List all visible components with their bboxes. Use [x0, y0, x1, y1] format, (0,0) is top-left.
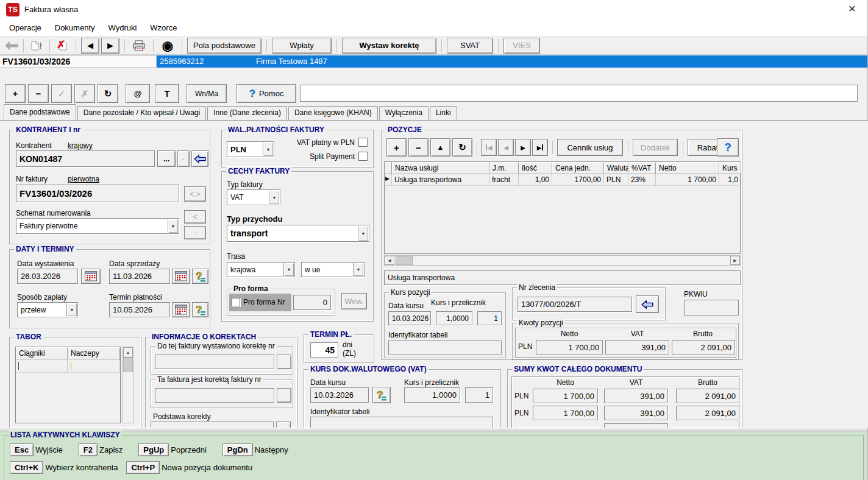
add-row-button[interactable]: + [5, 84, 26, 103]
korekta-tej-faktury-button[interactable] [277, 388, 291, 403]
document-post-icon[interactable]: ! [29, 41, 44, 51]
svat-button[interactable]: SVAT [447, 38, 493, 54]
chevron-down-icon[interactable]: ▼ [353, 263, 363, 276]
calendar-icon[interactable] [172, 302, 190, 317]
tabor-col-naczepy[interactable]: Naczepy [68, 347, 120, 359]
chevron-down-icon[interactable]: ▼ [283, 263, 294, 276]
nav-last-button[interactable]: ▶ [532, 139, 548, 156]
kontrahent-browse-button[interactable]: ... [157, 150, 176, 167]
tabor-cell-ciagniki[interactable] [16, 359, 68, 373]
menu-wzorce[interactable]: Wzorce [143, 20, 183, 35]
document-delete-icon[interactable]: ✗ [55, 41, 71, 51]
sposob-zaplaty-select[interactable]: przelew ▼ [17, 302, 78, 317]
record-bar[interactable]: FV13601/03/2026 2585963212 Firma Testowa… [0, 55, 867, 68]
next-record-button[interactable]: ▶ [101, 38, 119, 54]
calendar-icon[interactable] [81, 269, 101, 284]
kontrahent-back-arrow-button[interactable] [191, 150, 208, 167]
pozycje-hscrollbar[interactable]: ◀ ▶ [384, 255, 741, 266]
post-button[interactable]: ✓ [51, 84, 72, 103]
schemat-lt-button[interactable]: < [184, 210, 206, 224]
nav-prev-button[interactable]: ◀ [498, 139, 514, 156]
data-sprzedazy-field[interactable]: 11.03.2026 [109, 269, 170, 284]
kontrahent-type-link[interactable]: krajowy [68, 141, 93, 150]
termin-dni-field[interactable]: 45 [310, 342, 338, 358]
kontrahent-code-field[interactable]: KON01487 [16, 150, 155, 167]
cell-jm[interactable]: fracht [489, 174, 519, 186]
chevron-down-icon[interactable]: ▼ [168, 219, 178, 233]
col-ilosc[interactable]: Ilość [519, 162, 552, 174]
nav-first-button[interactable]: ◀ [481, 139, 497, 156]
edit-toolbar-input[interactable] [300, 85, 858, 102]
kurs-dok-przelicznik-field[interactable]: 1 [465, 387, 493, 403]
podstawa-korekty-field[interactable] [151, 422, 274, 428]
col-jm[interactable]: J.m. [489, 162, 519, 174]
scroll-up-icon[interactable]: ▲ [123, 347, 133, 358]
cancel-button[interactable]: ✗ [74, 84, 95, 103]
tabor-cell-naczepy[interactable] [68, 359, 120, 373]
key-pgdn[interactable]: PgDn [222, 443, 253, 456]
dodatek-button[interactable]: Dodatek [633, 139, 678, 156]
trasa-ue-select[interactable]: w ue ▼ [301, 262, 365, 277]
vies-button[interactable]: VIES [503, 38, 540, 54]
swap-number-button[interactable]: <.> [184, 186, 206, 202]
korekta-do-faktury-field[interactable] [155, 355, 274, 369]
pkwiu-field[interactable] [684, 300, 739, 316]
date-help-icon[interactable]: ? [192, 302, 208, 317]
cell-vat[interactable]: 23% [628, 174, 656, 186]
pozycje-up-button[interactable]: ▲ [430, 138, 450, 157]
col-netto[interactable]: Netto [656, 162, 719, 174]
vat-platny-checkbox[interactable] [358, 138, 368, 147]
tab-inne[interactable]: Inne (Dane zlecenia) [207, 106, 287, 120]
cell-kurs[interactable]: 1,0 [719, 174, 741, 186]
tab-linki[interactable]: Linki [430, 106, 457, 120]
kurs-dok-kurs-field[interactable]: 1,0000 [404, 387, 460, 403]
tabor-col-ciagniki[interactable]: Ciągniki [16, 347, 68, 359]
wnma-button[interactable]: Wn/Ma [187, 84, 227, 103]
pozycja-name-field[interactable]: Usługa transportowa [384, 270, 741, 285]
cell-waluta[interactable]: PLN [604, 174, 628, 186]
key-ctrl-p[interactable]: Ctrl+P [126, 461, 160, 474]
print-icon[interactable] [130, 40, 148, 51]
kurs-pozycji-data-field[interactable]: 10.03.2026 [388, 311, 431, 325]
nr-faktury-type-link[interactable]: pierwotna [68, 175, 99, 183]
nr-zlecenia-field[interactable]: 13077/00/2026/T [518, 297, 632, 312]
tab-dane-pozostale[interactable]: Dane pozostałe / Kto wpisał / Uwagi [77, 106, 206, 120]
col-cena[interactable]: Cena jedn. [552, 162, 604, 174]
record-target-icon[interactable]: ◉ [158, 38, 177, 53]
wystaw-korekte-button[interactable]: Wystaw korektę [342, 38, 436, 54]
key-esc[interactable]: Esc [10, 443, 34, 456]
chevron-down-icon[interactable]: ▼ [66, 303, 77, 316]
trasa-select[interactable]: krajowa ▼ [227, 262, 295, 277]
prev-record-button[interactable]: ◀ [81, 38, 99, 54]
col-kurs[interactable]: Kurs [719, 162, 741, 174]
proforma-nr-field[interactable]: 0 [293, 295, 331, 310]
tab-dane-ksiegowe[interactable]: Dane księgowe (KHAN) [288, 106, 378, 120]
back-icon[interactable] [5, 41, 18, 50]
chevron-down-icon[interactable]: ▼ [269, 191, 279, 204]
key-pgup[interactable]: PgUp [138, 443, 169, 456]
text-button[interactable]: T [155, 84, 179, 103]
split-payment-checkbox[interactable] [358, 152, 368, 161]
menu-dokumenty[interactable]: Dokumenty [48, 20, 102, 35]
cell-nazwa[interactable]: Usługa transportowa [392, 174, 489, 186]
tab-dane-podstawowe[interactable]: Dane podstawowe [4, 104, 76, 120]
scroll-left-icon[interactable]: ◀ [385, 256, 394, 265]
schemat-dash-button[interactable]: - [184, 226, 206, 239]
nav-next-button[interactable]: ▶ [515, 139, 531, 156]
chevron-down-icon[interactable]: ▼ [358, 226, 368, 241]
key-ctrl-k[interactable]: Ctrl+K [10, 461, 43, 474]
kurs-pozycji-kurs-field[interactable]: 1,0000 [436, 311, 472, 325]
pola-podstawowe-button[interactable]: Pola podstawowe [187, 38, 261, 54]
data-wystawienia-field[interactable]: 26.03.2026 [17, 269, 78, 284]
tabor-table[interactable]: Ciągniki Naczepy [15, 347, 121, 423]
col-waluta[interactable]: Waluta [604, 162, 628, 174]
date-help-icon[interactable]: ? [192, 269, 208, 284]
kurs-pozycji-ident-field[interactable] [388, 341, 502, 355]
korekta-tej-faktury-field[interactable] [155, 388, 274, 403]
cell-netto[interactable]: 1 700,00 [656, 174, 719, 186]
cell-ilosc[interactable]: 1,00 [519, 174, 552, 186]
scrollbar-thumb[interactable] [396, 256, 413, 265]
kontrahent-minus-button[interactable]: - [177, 150, 190, 167]
key-f2[interactable]: F2 [79, 443, 98, 456]
ident-tabeli-field[interactable] [310, 417, 493, 428]
